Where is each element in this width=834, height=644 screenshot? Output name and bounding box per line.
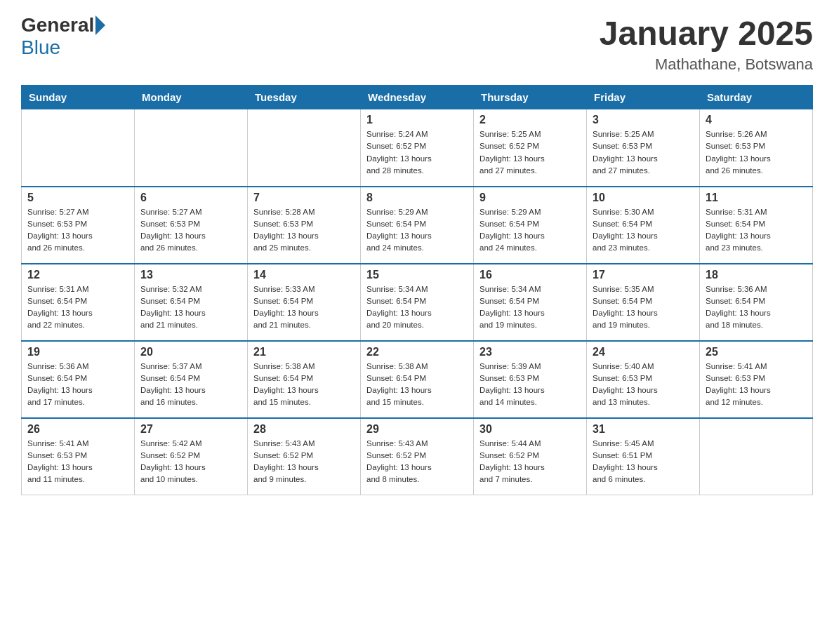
- day-info: Sunrise: 5:29 AM Sunset: 6:54 PM Dayligh…: [479, 206, 581, 255]
- calendar-cell: [700, 418, 813, 495]
- calendar-week-row: 1Sunrise: 5:24 AM Sunset: 6:52 PM Daylig…: [22, 109, 813, 187]
- day-info: Sunrise: 5:44 AM Sunset: 6:52 PM Dayligh…: [479, 438, 581, 486]
- calendar-cell: 22Sunrise: 5:38 AM Sunset: 6:54 PM Dayli…: [361, 341, 474, 418]
- calendar-week-row: 12Sunrise: 5:31 AM Sunset: 6:54 PM Dayli…: [22, 264, 813, 341]
- day-info: Sunrise: 5:36 AM Sunset: 6:54 PM Dayligh…: [27, 361, 128, 409]
- calendar-header-monday: Monday: [135, 86, 248, 109]
- day-number: 28: [253, 423, 355, 436]
- page-title: January 2025: [600, 14, 813, 53]
- day-info: Sunrise: 5:34 AM Sunset: 6:54 PM Dayligh…: [479, 283, 581, 332]
- day-info: Sunrise: 5:40 AM Sunset: 6:53 PM Dayligh…: [593, 361, 694, 409]
- day-info: Sunrise: 5:32 AM Sunset: 6:54 PM Dayligh…: [140, 283, 241, 332]
- calendar-cell: 23Sunrise: 5:39 AM Sunset: 6:53 PM Dayli…: [474, 341, 587, 418]
- calendar-header-saturday: Saturday: [700, 86, 813, 109]
- day-info: Sunrise: 5:41 AM Sunset: 6:53 PM Dayligh…: [27, 438, 128, 486]
- day-info: Sunrise: 5:35 AM Sunset: 6:54 PM Dayligh…: [593, 283, 694, 332]
- logo-arrow-icon: [95, 15, 105, 35]
- calendar-header-thursday: Thursday: [474, 86, 587, 109]
- day-number: 19: [27, 346, 128, 358]
- calendar-cell: 14Sunrise: 5:33 AM Sunset: 6:54 PM Dayli…: [248, 264, 361, 341]
- calendar-cell: 31Sunrise: 5:45 AM Sunset: 6:51 PM Dayli…: [587, 418, 700, 495]
- day-info: Sunrise: 5:27 AM Sunset: 6:53 PM Dayligh…: [27, 206, 128, 255]
- day-number: 9: [479, 192, 581, 204]
- day-number: 25: [706, 346, 807, 358]
- day-number: 16: [479, 269, 581, 281]
- day-info: Sunrise: 5:25 AM Sunset: 6:53 PM Dayligh…: [593, 128, 694, 177]
- calendar-header-friday: Friday: [587, 86, 700, 109]
- day-info: Sunrise: 5:33 AM Sunset: 6:54 PM Dayligh…: [253, 283, 355, 332]
- day-info: Sunrise: 5:31 AM Sunset: 6:54 PM Dayligh…: [706, 206, 807, 255]
- logo: General Blue: [21, 14, 107, 59]
- day-number: 6: [140, 192, 241, 204]
- calendar-cell: 13Sunrise: 5:32 AM Sunset: 6:54 PM Dayli…: [135, 264, 248, 341]
- calendar-cell: 21Sunrise: 5:38 AM Sunset: 6:54 PM Dayli…: [248, 341, 361, 418]
- day-number: 24: [593, 346, 694, 358]
- day-info: Sunrise: 5:42 AM Sunset: 6:52 PM Dayligh…: [140, 438, 241, 486]
- day-info: Sunrise: 5:34 AM Sunset: 6:54 PM Dayligh…: [366, 283, 468, 332]
- day-number: 8: [366, 192, 468, 204]
- day-number: 3: [593, 114, 694, 126]
- day-number: 18: [706, 269, 807, 281]
- calendar-cell: 8Sunrise: 5:29 AM Sunset: 6:54 PM Daylig…: [361, 187, 474, 264]
- calendar-header-sunday: Sunday: [22, 86, 135, 109]
- day-info: Sunrise: 5:45 AM Sunset: 6:51 PM Dayligh…: [593, 438, 694, 486]
- calendar-cell: 19Sunrise: 5:36 AM Sunset: 6:54 PM Dayli…: [22, 341, 135, 418]
- day-number: 13: [140, 269, 241, 281]
- day-info: Sunrise: 5:43 AM Sunset: 6:52 PM Dayligh…: [366, 438, 468, 486]
- day-info: Sunrise: 5:30 AM Sunset: 6:54 PM Dayligh…: [593, 206, 694, 255]
- day-info: Sunrise: 5:37 AM Sunset: 6:54 PM Dayligh…: [140, 361, 241, 409]
- day-number: 1: [366, 114, 468, 126]
- logo-text: General: [21, 14, 107, 36]
- day-info: Sunrise: 5:43 AM Sunset: 6:52 PM Dayligh…: [253, 438, 355, 486]
- calendar-cell: 26Sunrise: 5:41 AM Sunset: 6:53 PM Dayli…: [22, 418, 135, 495]
- day-number: 27: [140, 423, 241, 436]
- calendar-week-row: 26Sunrise: 5:41 AM Sunset: 6:53 PM Dayli…: [22, 418, 813, 495]
- logo-general: General: [21, 14, 94, 36]
- calendar-cell: 9Sunrise: 5:29 AM Sunset: 6:54 PM Daylig…: [474, 187, 587, 264]
- calendar-cell: 28Sunrise: 5:43 AM Sunset: 6:52 PM Dayli…: [248, 418, 361, 495]
- day-number: 12: [27, 269, 128, 281]
- calendar-cell: 10Sunrise: 5:30 AM Sunset: 6:54 PM Dayli…: [587, 187, 700, 264]
- calendar-cell: 1Sunrise: 5:24 AM Sunset: 6:52 PM Daylig…: [361, 109, 474, 187]
- day-number: 10: [593, 192, 694, 204]
- day-info: Sunrise: 5:36 AM Sunset: 6:54 PM Dayligh…: [706, 283, 807, 332]
- calendar-cell: 15Sunrise: 5:34 AM Sunset: 6:54 PM Dayli…: [361, 264, 474, 341]
- day-info: Sunrise: 5:41 AM Sunset: 6:53 PM Dayligh…: [706, 361, 807, 409]
- day-number: 15: [366, 269, 468, 281]
- calendar-cell: 25Sunrise: 5:41 AM Sunset: 6:53 PM Dayli…: [700, 341, 813, 418]
- day-number: 5: [27, 192, 128, 204]
- day-info: Sunrise: 5:26 AM Sunset: 6:53 PM Dayligh…: [706, 128, 807, 177]
- day-info: Sunrise: 5:39 AM Sunset: 6:53 PM Dayligh…: [479, 361, 581, 409]
- day-number: 21: [253, 346, 355, 358]
- day-number: 22: [366, 346, 468, 358]
- logo-blue-text: Blue: [21, 36, 60, 59]
- day-number: 7: [253, 192, 355, 204]
- calendar-cell: [248, 109, 361, 187]
- calendar-cell: [135, 109, 248, 187]
- day-number: 17: [593, 269, 694, 281]
- calendar-header-row: SundayMondayTuesdayWednesdayThursdayFrid…: [22, 86, 813, 109]
- calendar-cell: [22, 109, 135, 187]
- calendar-cell: 27Sunrise: 5:42 AM Sunset: 6:52 PM Dayli…: [135, 418, 248, 495]
- day-info: Sunrise: 5:31 AM Sunset: 6:54 PM Dayligh…: [27, 283, 128, 332]
- day-number: 4: [706, 114, 807, 126]
- day-info: Sunrise: 5:38 AM Sunset: 6:54 PM Dayligh…: [253, 361, 355, 409]
- calendar-cell: 6Sunrise: 5:27 AM Sunset: 6:53 PM Daylig…: [135, 187, 248, 264]
- day-info: Sunrise: 5:29 AM Sunset: 6:54 PM Dayligh…: [366, 206, 468, 255]
- day-number: 29: [366, 423, 468, 436]
- calendar-cell: 3Sunrise: 5:25 AM Sunset: 6:53 PM Daylig…: [587, 109, 700, 187]
- day-info: Sunrise: 5:28 AM Sunset: 6:53 PM Dayligh…: [253, 206, 355, 255]
- calendar-cell: 7Sunrise: 5:28 AM Sunset: 6:53 PM Daylig…: [248, 187, 361, 264]
- calendar-cell: 17Sunrise: 5:35 AM Sunset: 6:54 PM Dayli…: [587, 264, 700, 341]
- calendar-cell: 12Sunrise: 5:31 AM Sunset: 6:54 PM Dayli…: [22, 264, 135, 341]
- page-subtitle: Mathathane, Botswana: [600, 55, 813, 74]
- day-number: 23: [479, 346, 581, 358]
- calendar-cell: 2Sunrise: 5:25 AM Sunset: 6:52 PM Daylig…: [474, 109, 587, 187]
- day-info: Sunrise: 5:25 AM Sunset: 6:52 PM Dayligh…: [479, 128, 581, 177]
- calendar-week-row: 5Sunrise: 5:27 AM Sunset: 6:53 PM Daylig…: [22, 187, 813, 264]
- day-info: Sunrise: 5:27 AM Sunset: 6:53 PM Dayligh…: [140, 206, 241, 255]
- calendar-header-tuesday: Tuesday: [248, 86, 361, 109]
- calendar-table: SundayMondayTuesdayWednesdayThursdayFrid…: [21, 85, 813, 495]
- calendar-cell: 11Sunrise: 5:31 AM Sunset: 6:54 PM Dayli…: [700, 187, 813, 264]
- calendar-cell: 20Sunrise: 5:37 AM Sunset: 6:54 PM Dayli…: [135, 341, 248, 418]
